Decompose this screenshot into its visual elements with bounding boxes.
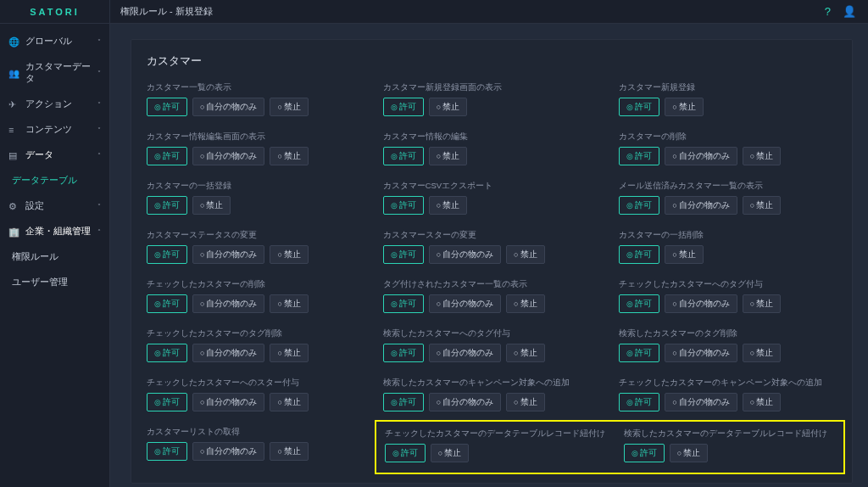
deny-button-symbol-icon: ○ (677, 449, 682, 457)
perm-label: カスタマー情報の編集 (383, 132, 601, 143)
perm-label: カスタマーの一括削除 (619, 230, 837, 241)
deny-button[interactable]: ○禁止 (429, 196, 467, 215)
allow-button-label: 許可 (399, 347, 416, 359)
own-only-button[interactable]: ○自分の物のみ (192, 294, 264, 313)
own-only-button[interactable]: ○自分の物のみ (429, 294, 501, 313)
allow-button-label: 許可 (163, 199, 180, 211)
sidebar-item-label: 設定 (25, 200, 44, 212)
allow-button[interactable]: ◎許可 (383, 196, 424, 215)
allow-button[interactable]: ◎許可 (147, 442, 187, 461)
deny-button[interactable]: ○禁止 (270, 393, 308, 411)
allow-button[interactable]: ◎許可 (383, 294, 424, 313)
deny-button-symbol-icon: ○ (437, 201, 441, 210)
allow-button[interactable]: ◎許可 (383, 393, 424, 411)
allow-button[interactable]: ◎許可 (624, 444, 665, 462)
own-only-button[interactable]: ○自分の物のみ (192, 98, 264, 116)
own-only-button[interactable]: ○自分の物のみ (192, 393, 264, 411)
perm-buttons: ◎許可○禁止 (147, 196, 364, 215)
deny-button[interactable]: ○禁止 (429, 147, 467, 165)
allow-button[interactable]: ◎許可 (619, 147, 659, 165)
deny-button[interactable]: ○禁止 (506, 294, 544, 313)
sidebar-item-permission-rules[interactable]: 権限ルール (0, 244, 109, 270)
perm-label: チェックしたカスタマーのデータテーブルレコード紐付け (385, 428, 605, 439)
deny-button[interactable]: ○禁止 (431, 444, 469, 462)
deny-button[interactable]: ○禁止 (506, 245, 544, 264)
app-logo[interactable]: SATORI (0, 0, 110, 24)
deny-button[interactable]: ○禁止 (270, 294, 308, 313)
own-only-button[interactable]: ○自分の物のみ (665, 147, 737, 165)
sidebar-item-org[interactable]: 🏢 企業・組織管理 ˄ (0, 219, 109, 244)
deny-button[interactable]: ○禁止 (506, 344, 544, 362)
deny-button[interactable]: ○禁止 (506, 393, 544, 411)
allow-button-symbol-icon: ◎ (154, 201, 161, 210)
own-only-button[interactable]: ○自分の物のみ (429, 344, 501, 362)
deny-button[interactable]: ○禁止 (270, 442, 308, 461)
perm-buttons: ◎許可○自分の物のみ○禁止 (383, 393, 601, 411)
allow-button[interactable]: ◎許可 (619, 196, 659, 215)
allow-button[interactable]: ◎許可 (619, 344, 659, 362)
permissions-panel: カスタマー カスタマー一覧の表示◎許可○自分の物のみ○禁止カスタマー新規登録画面… (131, 39, 853, 484)
deny-button[interactable]: ○禁止 (270, 147, 308, 165)
own-only-button-symbol-icon: ○ (672, 398, 676, 406)
help-icon[interactable]: ? (825, 5, 831, 18)
allow-button[interactable]: ◎許可 (147, 98, 187, 116)
deny-button-symbol-icon: ○ (200, 201, 204, 210)
own-only-button-label: 自分の物のみ (442, 396, 493, 408)
own-only-button[interactable]: ○自分の物のみ (665, 196, 737, 215)
deny-button[interactable]: ○禁止 (429, 98, 467, 116)
allow-button[interactable]: ◎許可 (147, 196, 187, 215)
sidebar-item-data[interactable]: ▤ データ ˄ (0, 143, 109, 168)
deny-button-label: 禁止 (442, 199, 459, 211)
deny-button[interactable]: ○禁止 (743, 196, 781, 215)
sidebar-item-customer-data[interactable]: 👥 カスタマーデータ ˅ (0, 54, 109, 92)
allow-button[interactable]: ◎許可 (385, 444, 426, 462)
own-only-button[interactable]: ○自分の物のみ (192, 442, 264, 461)
sidebar-item-datatable[interactable]: データテーブル (0, 168, 109, 193)
deny-button[interactable]: ○禁止 (670, 444, 708, 462)
own-only-button[interactable]: ○自分の物のみ (665, 393, 737, 411)
own-only-button[interactable]: ○自分の物のみ (665, 294, 737, 313)
own-only-button[interactable]: ○自分の物のみ (192, 245, 264, 264)
own-only-button[interactable]: ○自分の物のみ (192, 344, 264, 362)
perm-block-r3c0: カスタマーステータスの変更◎許可○自分の物のみ○禁止 (147, 230, 364, 264)
table-icon: ▤ (8, 150, 20, 160)
allow-button[interactable]: ◎許可 (619, 245, 659, 264)
allow-button-symbol-icon: ◎ (626, 349, 633, 357)
allow-button[interactable]: ◎許可 (383, 147, 424, 165)
deny-button[interactable]: ○禁止 (743, 294, 781, 313)
deny-button[interactable]: ○禁止 (192, 196, 231, 215)
sidebar-item-action[interactable]: ✈ アクション ˅ (0, 92, 109, 117)
sidebar-item-contents[interactable]: ≡ コンテンツ ˅ (0, 117, 109, 143)
allow-button[interactable]: ◎許可 (147, 245, 187, 264)
allow-button[interactable]: ◎許可 (619, 393, 659, 411)
allow-button-symbol-icon: ◎ (626, 201, 633, 210)
own-only-button[interactable]: ○自分の物のみ (429, 245, 501, 264)
allow-button[interactable]: ◎許可 (383, 245, 424, 264)
deny-button[interactable]: ○禁止 (743, 147, 781, 165)
allow-button[interactable]: ◎許可 (383, 98, 424, 116)
deny-button[interactable]: ○禁止 (665, 245, 703, 264)
allow-button[interactable]: ◎許可 (619, 98, 659, 116)
allow-button-symbol-icon: ◎ (391, 152, 398, 160)
allow-button[interactable]: ◎許可 (383, 344, 424, 362)
sidebar-item-user-mgmt[interactable]: ユーザー管理 (0, 270, 109, 295)
allow-button[interactable]: ◎許可 (619, 294, 659, 313)
sidebar-item-settings[interactable]: ⚙ 設定 ˅ (0, 193, 109, 219)
deny-button[interactable]: ○禁止 (743, 344, 781, 362)
own-only-button[interactable]: ○自分の物のみ (192, 147, 264, 165)
allow-button[interactable]: ◎許可 (147, 294, 187, 313)
deny-button[interactable]: ○禁止 (665, 98, 703, 116)
deny-button[interactable]: ○禁止 (743, 393, 781, 411)
allow-button[interactable]: ◎許可 (147, 393, 187, 411)
perm-buttons: ◎許可○禁止 (619, 245, 837, 264)
allow-button[interactable]: ◎許可 (147, 147, 187, 165)
user-icon[interactable]: 👤 (843, 5, 856, 18)
allow-button[interactable]: ◎許可 (147, 344, 187, 362)
deny-button[interactable]: ○禁止 (270, 344, 308, 362)
sidebar-item-global[interactable]: 🌐 グローバル ˅ (0, 29, 109, 54)
deny-button[interactable]: ○禁止 (270, 98, 308, 116)
own-only-button-symbol-icon: ○ (200, 398, 204, 406)
deny-button[interactable]: ○禁止 (270, 245, 308, 264)
own-only-button[interactable]: ○自分の物のみ (429, 393, 501, 411)
own-only-button[interactable]: ○自分の物のみ (665, 344, 737, 362)
